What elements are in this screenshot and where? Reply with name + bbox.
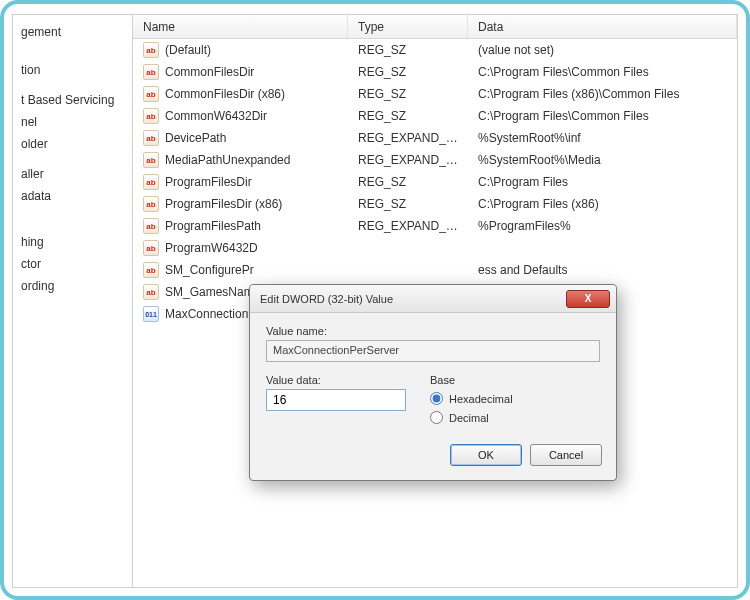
tree-item[interactable] <box>13 155 126 163</box>
string-value-icon: ab <box>143 108 159 124</box>
table-row[interactable]: abSM_ConfigurePress and Defaults <box>133 259 737 281</box>
row-type: REG_SZ <box>348 41 468 59</box>
tree-item[interactable]: tion <box>13 59 126 81</box>
row-name: ProgramFilesPath <box>165 219 261 233</box>
value-list: Name Type Data ab(Default)REG_SZ(value n… <box>133 15 737 587</box>
row-data: C:\Program Files\Common Files <box>468 63 737 81</box>
tree-item[interactable] <box>13 81 126 89</box>
row-type <box>348 268 468 272</box>
string-value-icon: ab <box>143 64 159 80</box>
row-type <box>348 246 468 250</box>
row-data: C:\Program Files (x86) <box>468 195 737 213</box>
row-name: CommonFilesDir (x86) <box>165 87 285 101</box>
row-type: REG_SZ <box>348 63 468 81</box>
row-name: CommonW6432Dir <box>165 109 267 123</box>
table-row[interactable]: ab(Default)REG_SZ(value not set) <box>133 39 737 61</box>
tree-item[interactable]: t Based Servicing <box>13 89 126 111</box>
row-name: CommonFilesDir <box>165 65 254 79</box>
column-header-data[interactable]: Data <box>468 15 737 38</box>
row-data: C:\Program Files\Common Files <box>468 107 737 125</box>
tree-item[interactable]: hing <box>13 231 126 253</box>
row-name: MediaPathUnexpanded <box>165 153 290 167</box>
registry-editor: gementtiont Based Servicingnelolderaller… <box>12 14 738 588</box>
row-name: ProgramFilesDir (x86) <box>165 197 282 211</box>
tree-item[interactable] <box>13 43 126 51</box>
row-data: %ProgramFiles% <box>468 217 737 235</box>
table-row[interactable]: abProgramFilesDir (x86)REG_SZC:\Program … <box>133 193 737 215</box>
tree-item[interactable] <box>13 207 126 215</box>
row-name: DevicePath <box>165 131 226 145</box>
row-type: REG_SZ <box>348 173 468 191</box>
string-value-icon: ab <box>143 130 159 146</box>
string-value-icon: ab <box>143 196 159 212</box>
tree-item[interactable]: gement <box>13 21 126 43</box>
table-row[interactable]: abDevicePathREG_EXPAND_SZ%SystemRoot%\in… <box>133 127 737 149</box>
tree-item[interactable]: ctor <box>13 253 126 275</box>
row-data <box>468 312 737 316</box>
column-header-type[interactable]: Type <box>348 15 468 38</box>
table-row[interactable]: abProgramFilesDirREG_SZC:\Program Files <box>133 171 737 193</box>
table-row[interactable]: 011MaxConnection <box>133 303 737 325</box>
table-row[interactable]: abProgramW6432D <box>133 237 737 259</box>
table-row[interactable]: abSM_GamesName <box>133 281 737 303</box>
tree-item[interactable]: aller <box>13 163 126 185</box>
string-value-icon: ab <box>143 218 159 234</box>
tree-item[interactable] <box>13 215 126 223</box>
table-row[interactable]: abCommonW6432DirREG_SZC:\Program Files\C… <box>133 105 737 127</box>
table-row[interactable]: abProgramFilesPathREG_EXPAND_SZ%ProgramF… <box>133 215 737 237</box>
row-type: REG_EXPAND_SZ <box>348 151 468 169</box>
table-row[interactable]: abCommonFilesDirREG_SZC:\Program Files\C… <box>133 61 737 83</box>
list-rows: ab(Default)REG_SZ(value not set)abCommon… <box>133 39 737 587</box>
string-value-icon: ab <box>143 152 159 168</box>
column-header-name[interactable]: Name <box>133 15 348 38</box>
string-value-icon: ab <box>143 240 159 256</box>
row-name: ProgramW6432D <box>165 241 258 255</box>
string-value-icon: ab <box>143 174 159 190</box>
list-header: Name Type Data <box>133 15 737 39</box>
row-name: ProgramFilesDir <box>165 175 252 189</box>
binary-value-icon: 011 <box>143 306 159 322</box>
tree-item[interactable] <box>13 223 126 231</box>
row-data: C:\Program Files <box>468 173 737 191</box>
row-data: %SystemRoot%\Media <box>468 151 737 169</box>
string-value-icon: ab <box>143 86 159 102</box>
row-data: ess and Defaults <box>468 261 737 279</box>
table-row[interactable]: abMediaPathUnexpandedREG_EXPAND_SZ%Syste… <box>133 149 737 171</box>
row-type: REG_SZ <box>348 85 468 103</box>
row-data: %SystemRoot%\inf <box>468 129 737 147</box>
row-data: (value not set) <box>468 41 737 59</box>
row-name: SM_ConfigurePr <box>165 263 254 277</box>
tree-item[interactable]: older <box>13 133 126 155</box>
row-type: REG_SZ <box>348 195 468 213</box>
tree-item[interactable]: nel <box>13 111 126 133</box>
string-value-icon: ab <box>143 284 159 300</box>
tree-item[interactable] <box>13 51 126 59</box>
row-name: MaxConnection <box>165 307 248 321</box>
row-type <box>348 290 468 294</box>
tree-item[interactable]: ording <box>13 275 126 297</box>
string-value-icon: ab <box>143 262 159 278</box>
row-data <box>468 290 737 294</box>
app-frame: gementtiont Based Servicingnelolderaller… <box>0 0 750 600</box>
row-type <box>348 312 468 316</box>
row-name: SM_GamesName <box>165 285 260 299</box>
tree-panel[interactable]: gementtiont Based Servicingnelolderaller… <box>13 15 133 587</box>
row-name: (Default) <box>165 43 211 57</box>
tree-item[interactable]: adata <box>13 185 126 207</box>
row-type: REG_EXPAND_SZ <box>348 129 468 147</box>
row-type: REG_EXPAND_SZ <box>348 217 468 235</box>
row-data: C:\Program Files (x86)\Common Files <box>468 85 737 103</box>
table-row[interactable]: abCommonFilesDir (x86)REG_SZC:\Program F… <box>133 83 737 105</box>
string-value-icon: ab <box>143 42 159 58</box>
row-data <box>468 246 737 250</box>
row-type: REG_SZ <box>348 107 468 125</box>
